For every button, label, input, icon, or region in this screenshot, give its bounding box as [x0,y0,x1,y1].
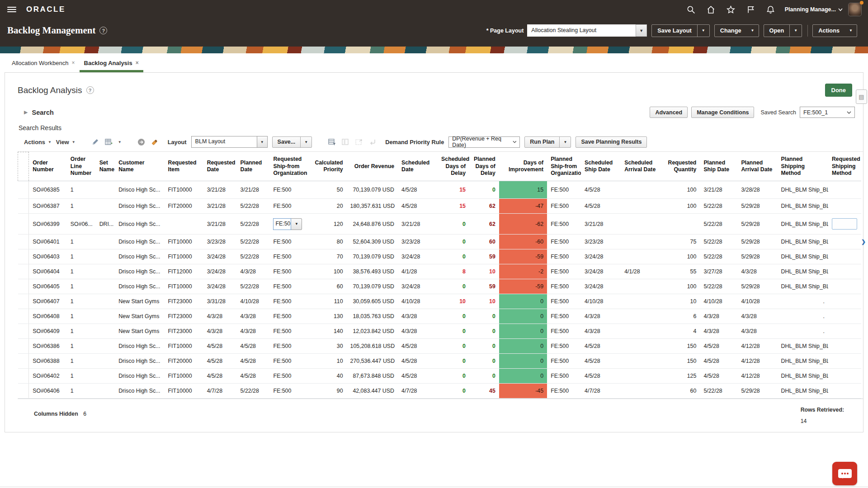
page-layout-select[interactable]: Allocation Stealing Layout ▼ [527,24,647,37]
table-row[interactable]: SO#064031Drisco High Sc...FIT100003/24/2… [18,249,862,264]
cell-req_org: FE:500 [269,249,308,264]
manage-columns-icon[interactable] [104,137,113,146]
favorites-star-icon[interactable] [726,5,736,14]
chat-widget-icon[interactable] [832,462,857,485]
save-planning-results-button[interactable]: Save Planning Results [576,136,647,148]
panel-help-icon[interactable]: ? [86,86,94,94]
column-header-set[interactable]: Set Name [96,152,115,181]
cell-plan_org: FE:500 [547,309,581,324]
row-select-gutter[interactable] [18,339,29,354]
column-header-req_method[interactable]: Requested Shipping Method [828,152,861,181]
tab-close-icon[interactable]: × [72,60,75,66]
column-header-planned_date[interactable]: Planned Date [237,152,270,181]
tab-allocation-workbench[interactable]: Allocation Workbench × [7,53,80,72]
row-select-gutter[interactable] [18,369,29,384]
table-row[interactable]: SO#063861Drisco High Sc...FIT100004/5/28… [18,339,862,354]
requested-shipping-method-input[interactable] [832,218,857,230]
edit-pencil-icon[interactable] [91,137,100,146]
column-header-sched_delay[interactable]: Scheduled Days of Delay [438,152,469,181]
flag-icon[interactable] [746,5,756,14]
row-select-gutter[interactable] [18,309,29,324]
row-select-gutter[interactable] [18,249,29,264]
ship-org-combobox[interactable]: FE:50▼ [273,218,302,230]
column-header-sched_ship[interactable]: Scheduled Ship Date [581,152,621,181]
notifications-bell-icon[interactable] [766,5,776,14]
table-row[interactable]: SO#064051Drisco High Sc...FIT100003/24/2… [18,279,862,294]
save-layout-as-button[interactable]: Save...▼ [272,136,312,148]
layout-select[interactable]: BLM Layout ▼ [191,136,268,148]
row-select-gutter[interactable] [18,294,29,309]
column-header-priority[interactable]: Calculated Priority [308,152,347,181]
saved-search-select[interactable]: FE:500_1 [800,107,855,118]
column-header-customer[interactable]: Customer Name [115,152,164,181]
table-row[interactable]: SO#06399SO#06...DRI...Drisco High Sc...3… [18,214,862,235]
go-to-row-icon[interactable] [137,137,146,146]
table-row[interactable]: SO#064021Drisco High Sc...FIT100004/5/28… [18,369,862,384]
column-header-sched_date[interactable]: Scheduled Date [398,152,438,181]
column-header-sched_arr[interactable]: Scheduled Arrival Date [621,152,662,181]
tab-backlog-analysis[interactable]: Backlog Analysis × [80,53,143,72]
table-row[interactable]: SO#063871Drisco High Sc...FIT200003/21/2… [18,199,862,214]
tab-close-icon[interactable]: × [136,60,139,66]
user-menu[interactable]: Planning Manage... [785,6,843,13]
grid-view-menu[interactable]: View▼ [56,139,75,145]
filter-table-icon[interactable] [327,137,336,146]
column-header-order[interactable]: Order Number [29,152,67,181]
column-header-plan_arr[interactable]: Planned Arrival Date [737,152,777,181]
row-select-gutter[interactable] [18,384,29,399]
column-header-plan_delay[interactable]: Planned Days of Delay [469,152,499,181]
table-row[interactable]: SO#063851Drisco High Sc...FIT100003/21/2… [18,181,862,199]
column-header-item[interactable]: Requested Item [165,152,203,181]
home-icon[interactable] [706,5,716,14]
column-header-req_date[interactable]: Requested Date [203,152,237,181]
highlight-eraser-icon[interactable] [151,137,160,146]
column-header-qty[interactable]: Requested Quantity [662,152,700,181]
avatar[interactable] [848,3,862,16]
layout-dropdown-button[interactable]: ▼ [257,136,268,148]
table-row[interactable]: SO#064061Drisco High Sc...FIT100004/7/28… [18,384,862,399]
column-header-plan_method[interactable]: Planned Shipping Method [778,152,828,181]
cell-plan_method: . [778,324,828,339]
page-layout-dropdown-button[interactable]: ▼ [636,24,647,37]
help-icon[interactable]: ? [99,27,107,34]
done-button[interactable]: Done [825,84,853,97]
table-row[interactable]: SO#063881Drisco High Sc...FIT200004/5/28… [18,354,862,369]
column-header-revenue[interactable]: Order Revenue [347,152,398,181]
demand-priority-rule-select[interactable]: DP(Revenue + Req Date) [448,136,520,148]
scroll-right-arrow-icon[interactable]: ❯ [861,239,866,245]
header-actions-button[interactable]: Actions▼ [812,24,857,37]
column-header-req_org[interactable]: Requested Ship-from Organization [269,152,308,181]
table-row[interactable]: SO#064091New Start GymsFIT230004/3/284/3… [18,324,862,339]
search-icon[interactable] [686,5,696,14]
row-select-gutter[interactable] [18,214,29,235]
combobox-dropdown-icon[interactable]: ▼ [291,218,302,230]
select-all-gutter[interactable] [18,152,29,181]
advanced-button[interactable]: Advanced [650,107,688,118]
column-header-plan_ship[interactable]: Planned Ship Date [700,152,737,181]
column-header-plan_org[interactable]: Planned Ship-from Organization [547,152,581,181]
row-select-gutter[interactable] [18,264,29,279]
row-select-gutter[interactable] [18,279,29,294]
table-row[interactable]: SO#064011Drisco High Sc...FIT100003/23/2… [18,235,862,249]
cell-plan_arr: 5/29/28 [737,249,777,264]
table-row[interactable]: SO#064071New Start GymsFIT230003/31/284/… [18,294,862,309]
save-layout-button[interactable]: Save Layout▼ [651,24,709,37]
change-button[interactable]: Change▼ [714,24,759,37]
manage-columns-caret[interactable]: ▼ [118,140,122,144]
search-expand-arrow-icon[interactable]: ▶ [24,109,28,115]
run-plan-button[interactable]: Run Plan▼ [524,136,571,148]
table-row[interactable]: SO#064081New Start GymsFIT230004/3/284/3… [18,309,862,324]
manage-conditions-button[interactable]: Manage Conditions [691,107,754,118]
row-select-gutter[interactable] [18,354,29,369]
row-select-gutter[interactable] [18,181,29,199]
side-panel-toggle-icon[interactable]: ▤ [856,89,867,104]
row-select-gutter[interactable] [18,324,29,339]
column-header-improve[interactable]: Days of Improvement [499,152,547,181]
row-select-gutter[interactable] [18,235,29,249]
table-row[interactable]: SO#064041Drisco High Sc...FIT120003/24/2… [18,264,862,279]
row-select-gutter[interactable] [18,199,29,214]
open-button[interactable]: Open▼ [764,24,802,37]
grid-actions-menu[interactable]: Actions▼ [24,139,52,145]
column-header-line[interactable]: Order Line Number [67,152,96,181]
hamburger-menu-icon[interactable] [7,7,16,12]
